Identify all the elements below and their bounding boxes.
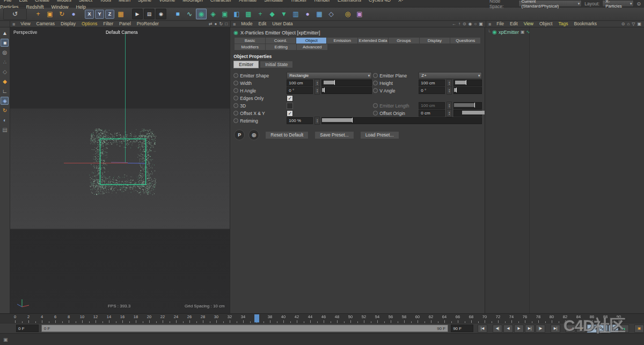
new-panel-icon[interactable]: ▣	[479, 21, 483, 27]
workplane-icon[interactable]: ∟	[1, 87, 9, 95]
animation-dot-retiming[interactable]	[233, 118, 238, 123]
frame-tick[interactable]	[122, 320, 123, 323]
retiming-slider[interactable]	[321, 117, 482, 124]
swap-arrows-icon[interactable]: ⇄	[209, 21, 213, 27]
timeline-preferences-icon[interactable]: ▣	[634, 325, 644, 333]
render-queue-icon[interactable]: ◉	[156, 9, 166, 19]
offset-origin-field[interactable]: 0 cm	[419, 110, 445, 117]
frame-tick[interactable]	[189, 320, 190, 323]
frame-tick[interactable]	[156, 321, 157, 323]
frame-tick[interactable]	[505, 321, 506, 323]
tab-basic[interactable]: Basic	[235, 38, 265, 44]
v-angle-spinner[interactable]: ▲▼	[447, 87, 452, 95]
offset-origin-slider[interactable]	[453, 110, 482, 117]
frame-tick[interactable]	[42, 320, 42, 323]
tab-questions[interactable]: Questions	[450, 38, 480, 44]
frame-tick[interactable]	[304, 321, 304, 323]
animation-dot-v-angle[interactable]	[373, 88, 378, 93]
current-frame-field[interactable]: 0 F	[16, 325, 39, 332]
frame-tick[interactable]	[331, 321, 331, 323]
frame-tick[interactable]	[317, 321, 318, 323]
browser-icon[interactable]: ▣	[637, 21, 641, 27]
xp-system-icon[interactable]: ◈	[208, 9, 218, 19]
menu-item-options[interactable]: Options	[79, 21, 100, 27]
menu-item-filter[interactable]: Filter	[100, 21, 116, 27]
target-state-icon[interactable]: ▣	[521, 30, 525, 34]
3d-checkbox[interactable]	[287, 103, 293, 109]
home-icon[interactable]: ⌂	[627, 21, 630, 27]
h-angle-slider[interactable]	[321, 87, 372, 94]
menu-item-tags[interactable]: Tags	[555, 21, 570, 27]
frame-tick[interactable]	[170, 321, 170, 323]
tab-display[interactable]: Display	[420, 38, 450, 44]
frame-tick[interactable]	[350, 320, 351, 323]
animation-dot-emitter-length[interactable]	[373, 103, 378, 108]
menu-item-file[interactable]: File	[0, 0, 16, 3]
frame-tick[interactable]	[458, 320, 458, 323]
menu-item-character[interactable]: Character	[207, 0, 236, 3]
animation-dot-edges-only[interactable]	[233, 96, 238, 100]
frame-tick[interactable]	[357, 321, 358, 323]
animation-dot-h-angle[interactable]	[233, 88, 238, 93]
xp-cross-icon[interactable]: +	[255, 9, 266, 19]
frame-tick[interactable]	[324, 320, 324, 323]
emitter-length-field[interactable]: 100 cm	[419, 102, 445, 109]
frame-tick[interactable]	[498, 320, 499, 323]
frame-tick[interactable]	[471, 320, 472, 323]
animation-dot-emitter-shape[interactable]	[233, 73, 238, 78]
menu-item-tracker[interactable]: Tracker	[287, 0, 310, 3]
xp-cache-icon[interactable]: ▦	[314, 9, 325, 19]
menu-item-cameras[interactable]: Cameras	[34, 21, 57, 27]
frame-tick[interactable]	[250, 321, 251, 323]
xp-question-icon[interactable]: ◆	[267, 9, 277, 19]
xp-logo-icon[interactable]: P	[234, 130, 245, 140]
search-icon[interactable]: ⊙	[621, 21, 625, 27]
play-button[interactable]: ▶	[514, 325, 524, 333]
frame-tick[interactable]	[223, 321, 224, 323]
frame-tick[interactable]	[230, 320, 230, 323]
frame-tick[interactable]	[398, 321, 398, 323]
tab-advanced[interactable]: Advanced	[297, 44, 327, 50]
frame-tick[interactable]	[391, 320, 391, 323]
viewport[interactable]: Perspective Default Camera FPS : 393.3 G…	[10, 27, 230, 313]
history-icon[interactable]: ○	[474, 21, 477, 27]
height-spinner[interactable]: ▲▼	[447, 79, 452, 87]
animation-dot-offset-x-y[interactable]	[233, 111, 238, 116]
emitter-length-slider[interactable]	[453, 102, 482, 109]
expression-state-icon[interactable]: ∿	[526, 30, 530, 34]
undo-icon[interactable]: ↺	[3, 8, 27, 20]
frame-tick[interactable]	[310, 320, 311, 323]
goto-end-button[interactable]: ▶|	[551, 325, 560, 333]
refresh-icon[interactable]: ↻	[219, 21, 223, 27]
frame-tick[interactable]	[103, 321, 103, 323]
xp-group-icon[interactable]: ▣	[219, 9, 230, 19]
search-icon[interactable]: ⊙	[463, 21, 466, 27]
animation-dot-offset-origin[interactable]	[373, 111, 378, 116]
width-spinner[interactable]: ▲▼	[314, 79, 320, 87]
frame-tick[interactable]	[136, 320, 136, 323]
frame-tick[interactable]	[344, 321, 345, 323]
xp-nav-icon[interactable]: ◇	[326, 9, 336, 19]
timeline-ruler[interactable]: 0246810121416182022242628303234363840424…	[0, 313, 644, 323]
menu-item-view[interactable]: View	[18, 21, 33, 27]
frame-tick[interactable]	[28, 320, 29, 323]
frame-tick[interactable]	[283, 320, 284, 323]
frame-tick[interactable]	[404, 320, 405, 323]
frame-tick[interactable]	[216, 320, 217, 323]
frame-tick[interactable]	[76, 321, 76, 323]
menu-item-create[interactable]: Create	[31, 0, 53, 3]
animation-dot-width[interactable]	[233, 81, 238, 85]
filter-icon[interactable]: ▽	[632, 21, 635, 27]
xp-sphere-icon[interactable]: ●	[302, 9, 313, 19]
emitter-length-spinner[interactable]: ▲▼	[447, 102, 452, 110]
retiming-spinner[interactable]: ▲▼	[314, 117, 320, 125]
x-axis-lock-button[interactable]: X	[85, 10, 94, 19]
frame-tick[interactable]	[62, 321, 63, 323]
object-manager-burger-icon[interactable]: ≡	[486, 21, 493, 27]
emitter-button[interactable]: Emitter	[233, 61, 259, 68]
menu-item-display[interactable]: Display	[58, 21, 78, 27]
goto-start-button[interactable]: |◀	[478, 325, 487, 333]
animation-dot-height[interactable]	[373, 81, 378, 85]
menu-item-mograph[interactable]: MoGraph	[179, 0, 207, 3]
frame-tick[interactable]	[451, 321, 452, 323]
